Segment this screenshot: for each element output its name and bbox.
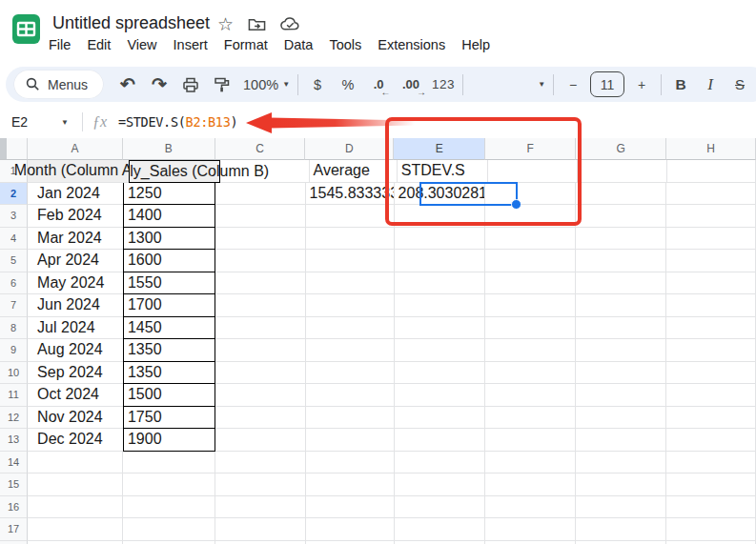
cell-E18[interactable] [395,541,486,544]
cell-F1[interactable] [488,160,578,183]
cell-A16[interactable] [28,496,123,519]
redo-button[interactable]: ↷ [148,73,171,96]
cell-H5[interactable] [666,250,756,272]
row-header-7[interactable]: 7 [0,294,28,317]
cell-F15[interactable] [485,473,576,496]
cell-B8[interactable]: 1450 [123,317,215,340]
cell-B1[interactable]: Monthly_Sales (Column B) [129,160,220,183]
cell-D7[interactable] [306,294,395,317]
format-currency-button[interactable]: $ [306,73,329,96]
bold-button[interactable]: B [669,73,692,96]
cell-C16[interactable] [215,496,306,519]
menu-data[interactable]: Data [284,37,314,52]
row-header-13[interactable]: 13 [0,429,28,452]
cell-B6[interactable]: 1550 [123,272,215,295]
cell-B9[interactable]: 1350 [123,339,215,362]
cell-C14[interactable] [215,452,306,474]
cell-G11[interactable] [576,384,666,407]
cell-G13[interactable] [576,429,666,452]
menu-edit[interactable]: Edit [87,37,111,52]
cell-B4[interactable]: 1300 [123,228,215,251]
column-header-B[interactable]: B [123,138,215,160]
cell-B13[interactable]: 1900 [123,429,215,452]
cell-H2[interactable] [666,183,756,206]
cell-D4[interactable] [306,228,395,251]
cell-A14[interactable] [28,452,123,474]
cell-C7[interactable] [215,294,306,317]
cell-B7[interactable]: 1700 [123,294,215,317]
cell-F8[interactable] [485,317,576,340]
name-box[interactable]: E2▼ [11,114,69,130]
cell-H11[interactable] [666,384,756,407]
cell-C3[interactable] [215,205,306,228]
cell-H17[interactable] [666,518,756,541]
cell-D10[interactable] [306,362,395,385]
cell-G4[interactable] [576,228,666,251]
column-header-H[interactable]: H [666,138,756,160]
cell-E17[interactable] [395,518,486,541]
column-header-D[interactable]: D [305,138,394,160]
cell-A2[interactable]: Jan 2024 [28,183,123,206]
cell-D16[interactable] [306,496,395,519]
cell-A1[interactable]: Month (Column A) [28,160,129,183]
cell-G6[interactable] [576,272,666,295]
cell-G5[interactable] [576,250,666,272]
cell-C2[interactable] [215,183,306,206]
cell-H9[interactable] [666,339,756,362]
format-percent-button[interactable]: % [337,73,359,96]
cell-F6[interactable] [485,272,576,295]
cell-E1[interactable]: STDEV.S [398,160,488,183]
column-header-G[interactable]: G [576,138,666,160]
menu-tools[interactable]: Tools [329,37,361,52]
cell-B11[interactable]: 1500 [123,384,215,407]
row-header-9[interactable]: 9 [0,339,28,362]
cell-B14[interactable] [123,452,215,474]
menu-view[interactable]: View [127,37,156,52]
cell-C15[interactable] [215,473,306,496]
menu-insert[interactable]: Insert [174,37,208,52]
menu-format[interactable]: Format [224,37,268,52]
undo-button[interactable]: ↶ [116,73,139,96]
row-header-2[interactable]: 2 [0,183,28,206]
row-header-16[interactable]: 16 [0,496,28,519]
cell-G14[interactable] [576,452,666,474]
zoom-select[interactable]: 100%▼ [243,73,290,96]
cell-F10[interactable] [485,362,576,385]
cell-F16[interactable] [485,496,576,519]
row-header-14[interactable]: 14 [0,452,28,474]
cell-G8[interactable] [576,317,666,340]
cell-G10[interactable] [576,362,666,385]
cell-G12[interactable] [576,407,666,430]
cell-H4[interactable] [666,228,756,251]
increase-font-size-button[interactable]: + [630,73,653,96]
cell-E13[interactable] [395,429,486,452]
cell-D12[interactable] [306,407,395,430]
star-icon[interactable]: ☆ [217,15,234,33]
cell-C4[interactable] [215,228,306,251]
cell-E4[interactable] [395,228,486,251]
select-all-corner[interactable] [0,138,28,160]
cell-E5[interactable] [395,250,486,272]
cell-A4[interactable]: Mar 2024 [28,228,123,251]
row-header-18[interactable]: 18 [0,541,28,544]
cell-F7[interactable] [485,294,576,317]
row-header-12[interactable]: 12 [0,407,28,430]
cell-F17[interactable] [485,518,576,541]
cell-D11[interactable] [306,384,395,407]
cell-F4[interactable] [485,228,576,251]
cell-H13[interactable] [666,429,756,452]
cell-C5[interactable] [215,250,306,272]
cell-G9[interactable] [576,339,666,362]
cell-C8[interactable] [215,317,306,340]
cell-F11[interactable] [485,384,576,407]
cell-H6[interactable] [666,272,756,295]
cell-G1[interactable] [578,160,667,183]
cell-E7[interactable] [395,294,486,317]
cell-E16[interactable] [395,496,486,519]
cell-H1[interactable] [667,160,756,183]
row-header-6[interactable]: 6 [0,272,28,295]
fill-handle[interactable] [511,199,521,210]
row-header-15[interactable]: 15 [0,473,28,496]
cell-B18[interactable] [123,541,215,544]
cell-C9[interactable] [215,339,306,362]
